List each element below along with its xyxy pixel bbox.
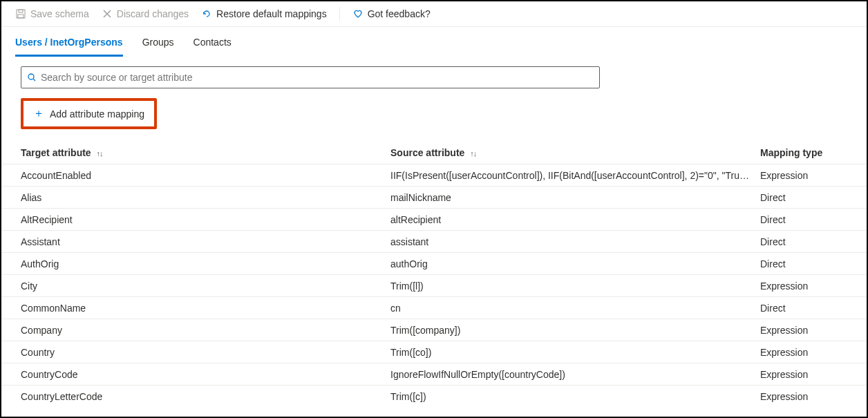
- cell-target: Country: [21, 347, 390, 358]
- plus-icon: ＋: [33, 106, 44, 121]
- heart-icon: [352, 8, 364, 19]
- table-row[interactable]: AliasmailNicknameDirect: [1, 186, 867, 208]
- col-type-label: Mapping type: [760, 147, 822, 158]
- cell-type: Expression: [760, 369, 868, 380]
- cell-type: Direct: [760, 236, 868, 247]
- svg-point-3: [28, 74, 34, 79]
- cell-target: Assistant: [21, 236, 390, 247]
- col-target-label: Target attribute: [21, 147, 91, 158]
- search-icon: [27, 73, 37, 82]
- cell-target: City: [21, 281, 390, 292]
- search-input[interactable]: [41, 72, 594, 83]
- col-type[interactable]: Mapping type: [760, 147, 868, 158]
- cell-type: Direct: [760, 214, 868, 225]
- cell-target: Alias: [21, 192, 390, 203]
- cell-type: Expression: [760, 281, 868, 292]
- cell-source: assistant: [390, 236, 760, 247]
- table-row[interactable]: CountryTrim([co])Expression: [1, 341, 867, 363]
- table-row[interactable]: AuthOrigauthOrigDirect: [1, 252, 867, 274]
- tab-bar: Users / InetOrgPersons Groups Contacts: [1, 27, 867, 57]
- discard-changes-button[interactable]: Discard changes: [102, 8, 189, 19]
- cell-type: Direct: [760, 192, 868, 203]
- table-row[interactable]: CityTrim([l])Expression: [1, 274, 867, 296]
- cell-type: Direct: [760, 258, 868, 269]
- cell-type: Direct: [760, 303, 868, 314]
- feedback-button[interactable]: Got feedback?: [352, 8, 431, 19]
- cell-type: Expression: [760, 391, 868, 402]
- add-mapping-container: ＋ Add attribute mapping: [21, 98, 867, 129]
- tab-contacts[interactable]: Contacts: [194, 37, 232, 57]
- cell-target: AltRecipient: [21, 214, 390, 225]
- col-source-label: Source attribute: [390, 147, 464, 158]
- search-box[interactable]: [21, 66, 600, 88]
- cell-target: Company: [21, 325, 390, 336]
- toolbar-separator: [339, 7, 340, 21]
- cell-source: Trim([co]): [390, 347, 760, 358]
- cell-type: Expression: [760, 170, 868, 181]
- mapping-table: Target attribute ↑↓ Source attribute ↑↓ …: [1, 142, 867, 407]
- table-row[interactable]: CountryCodeIgnoreFlowIfNullOrEmpty([coun…: [1, 363, 867, 385]
- table-row[interactable]: CountryLetterCodeTrim([c])Expression: [1, 385, 867, 407]
- save-schema-label: Save schema: [30, 8, 89, 19]
- cell-target: CountryLetterCode: [21, 391, 390, 402]
- cell-target: AuthOrig: [21, 258, 390, 269]
- cell-type: Expression: [760, 347, 868, 358]
- feedback-label: Got feedback?: [368, 8, 431, 19]
- col-source[interactable]: Source attribute ↑↓: [390, 147, 760, 158]
- cell-target: AccountEnabled: [21, 170, 390, 181]
- cell-source: authOrig: [390, 258, 760, 269]
- cell-source: cn: [390, 303, 760, 314]
- cell-target: CountryCode: [21, 369, 390, 380]
- sort-icon: ↑↓: [97, 149, 103, 158]
- cell-source: IIF(IsPresent([userAccountControl]), IIF…: [390, 170, 760, 181]
- restore-default-label: Restore default mappings: [216, 8, 327, 19]
- save-schema-button[interactable]: Save schema: [15, 8, 89, 19]
- table-row[interactable]: CommonNamecnDirect: [1, 296, 867, 319]
- restore-default-button[interactable]: Restore default mappings: [201, 8, 327, 19]
- svg-rect-1: [19, 10, 23, 12]
- close-icon: [102, 8, 113, 19]
- table-row[interactable]: AssistantassistantDirect: [1, 230, 867, 252]
- restore-icon: [201, 8, 212, 19]
- cell-target: CommonName: [21, 303, 390, 314]
- cell-source: Trim([company]): [390, 325, 760, 336]
- svg-rect-2: [18, 15, 23, 18]
- cell-source: Trim([l]): [390, 281, 760, 292]
- command-bar: Save schema Discard changes Restore defa…: [1, 1, 867, 27]
- table-row[interactable]: CompanyTrim([company])Expression: [1, 319, 867, 341]
- cell-source: altRecipient: [390, 214, 760, 225]
- add-attribute-mapping-label: Add attribute mapping: [50, 108, 144, 120]
- cell-source: mailNickname: [390, 192, 760, 203]
- table-row[interactable]: AccountEnabledIIF(IsPresent([userAccount…: [1, 164, 867, 186]
- sort-icon: ↑↓: [470, 149, 476, 158]
- save-icon: [15, 8, 26, 19]
- table-header: Target attribute ↑↓ Source attribute ↑↓ …: [1, 142, 867, 164]
- cell-source: Trim([c]): [390, 391, 760, 402]
- col-target[interactable]: Target attribute ↑↓: [21, 147, 390, 158]
- cell-type: Expression: [760, 325, 868, 336]
- cell-source: IgnoreFlowIfNullOrEmpty([countryCode]): [390, 369, 760, 380]
- tab-groups[interactable]: Groups: [142, 37, 174, 57]
- search-container: [1, 57, 867, 88]
- tab-users[interactable]: Users / InetOrgPersons: [15, 37, 123, 57]
- table-row[interactable]: AltRecipientaltRecipientDirect: [1, 208, 867, 230]
- add-attribute-mapping-button[interactable]: ＋ Add attribute mapping: [21, 98, 157, 129]
- discard-changes-label: Discard changes: [117, 8, 189, 19]
